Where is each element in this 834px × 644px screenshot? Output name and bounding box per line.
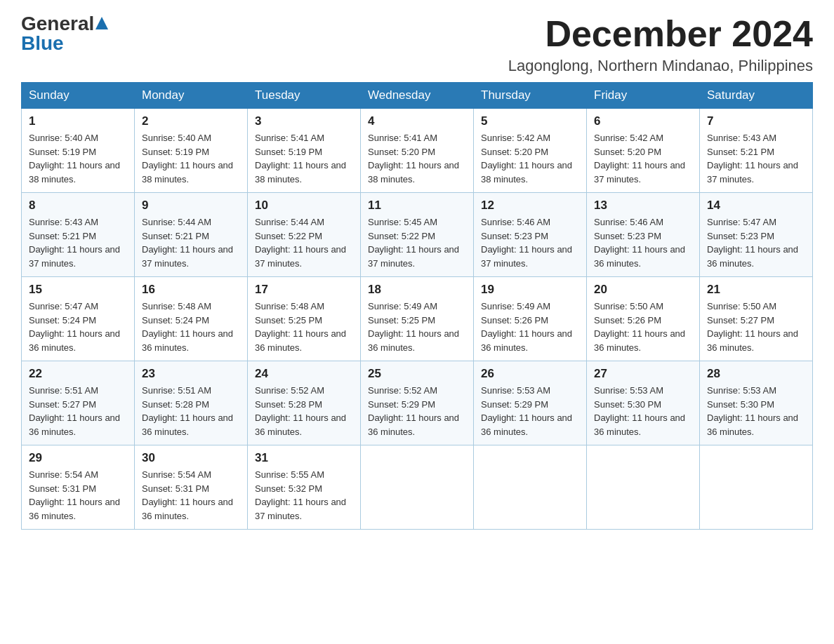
col-tuesday: Tuesday: [248, 83, 361, 109]
day-info: Sunrise: 5:53 AMSunset: 5:29 PMDaylight:…: [481, 385, 572, 437]
day-number: 18: [368, 283, 466, 297]
week-row-2: 8 Sunrise: 5:43 AMSunset: 5:21 PMDayligh…: [22, 193, 813, 277]
calendar-cell: [361, 445, 474, 530]
day-number: 10: [255, 199, 353, 213]
calendar-cell: 18 Sunrise: 5:49 AMSunset: 5:25 PMDaylig…: [361, 277, 474, 361]
calendar-cell: [587, 445, 700, 530]
day-info: Sunrise: 5:44 AMSunset: 5:22 PMDaylight:…: [255, 217, 346, 269]
day-number: 8: [29, 199, 127, 213]
day-number: 24: [255, 367, 353, 381]
day-info: Sunrise: 5:48 AMSunset: 5:25 PMDaylight:…: [255, 301, 346, 353]
day-number: 21: [707, 283, 805, 297]
day-number: 13: [594, 199, 692, 213]
calendar-cell: 30 Sunrise: 5:54 AMSunset: 5:31 PMDaylig…: [135, 445, 248, 530]
day-info: Sunrise: 5:43 AMSunset: 5:21 PMDaylight:…: [29, 217, 120, 269]
day-info: Sunrise: 5:52 AMSunset: 5:29 PMDaylight:…: [368, 385, 459, 437]
day-number: 27: [594, 367, 692, 381]
day-info: Sunrise: 5:45 AMSunset: 5:22 PMDaylight:…: [368, 217, 459, 269]
day-number: 16: [142, 283, 240, 297]
day-info: Sunrise: 5:47 AMSunset: 5:24 PMDaylight:…: [29, 301, 120, 353]
calendar-cell: 10 Sunrise: 5:44 AMSunset: 5:22 PMDaylig…: [248, 193, 361, 277]
day-info: Sunrise: 5:40 AMSunset: 5:19 PMDaylight:…: [142, 133, 233, 185]
calendar-cell: 3 Sunrise: 5:41 AMSunset: 5:19 PMDayligh…: [248, 109, 361, 193]
day-number: 30: [142, 451, 240, 465]
calendar-cell: 24 Sunrise: 5:52 AMSunset: 5:28 PMDaylig…: [248, 361, 361, 445]
calendar-cell: 4 Sunrise: 5:41 AMSunset: 5:20 PMDayligh…: [361, 109, 474, 193]
day-number: 3: [255, 114, 353, 128]
day-number: 9: [142, 199, 240, 213]
day-info: Sunrise: 5:49 AMSunset: 5:26 PMDaylight:…: [481, 301, 572, 353]
day-info: Sunrise: 5:52 AMSunset: 5:28 PMDaylight:…: [255, 385, 346, 437]
week-row-5: 29 Sunrise: 5:54 AMSunset: 5:31 PMDaylig…: [22, 445, 813, 530]
day-number: 14: [707, 199, 805, 213]
col-thursday: Thursday: [474, 83, 587, 109]
calendar-cell: 12 Sunrise: 5:46 AMSunset: 5:23 PMDaylig…: [474, 193, 587, 277]
day-number: 17: [255, 283, 353, 297]
logo: General Blue: [21, 14, 108, 53]
calendar-cell: 5 Sunrise: 5:42 AMSunset: 5:20 PMDayligh…: [474, 109, 587, 193]
day-info: Sunrise: 5:53 AMSunset: 5:30 PMDaylight:…: [594, 385, 685, 437]
day-info: Sunrise: 5:55 AMSunset: 5:32 PMDaylight:…: [255, 469, 346, 521]
calendar-cell: 22 Sunrise: 5:51 AMSunset: 5:27 PMDaylig…: [22, 361, 135, 445]
svg-marker-0: [95, 17, 108, 29]
day-number: 12: [481, 199, 579, 213]
day-number: 1: [29, 114, 127, 128]
calendar-table: Sunday Monday Tuesday Wednesday Thursday…: [21, 82, 813, 530]
day-number: 4: [368, 114, 466, 128]
calendar-cell: 6 Sunrise: 5:42 AMSunset: 5:20 PMDayligh…: [587, 109, 700, 193]
calendar-cell: 1 Sunrise: 5:40 AMSunset: 5:19 PMDayligh…: [22, 109, 135, 193]
day-number: 28: [707, 367, 805, 381]
day-number: 29: [29, 451, 127, 465]
calendar-cell: 9 Sunrise: 5:44 AMSunset: 5:21 PMDayligh…: [135, 193, 248, 277]
day-number: 31: [255, 451, 353, 465]
day-number: 25: [368, 367, 466, 381]
calendar-cell: 27 Sunrise: 5:53 AMSunset: 5:30 PMDaylig…: [587, 361, 700, 445]
day-number: 5: [481, 114, 579, 128]
location-subtitle: Lagonglong, Northern Mindanao, Philippin…: [508, 57, 813, 75]
calendar-cell: 15 Sunrise: 5:47 AMSunset: 5:24 PMDaylig…: [22, 277, 135, 361]
calendar-cell: 11 Sunrise: 5:45 AMSunset: 5:22 PMDaylig…: [361, 193, 474, 277]
calendar-cell: [700, 445, 813, 530]
calendar-cell: 23 Sunrise: 5:51 AMSunset: 5:28 PMDaylig…: [135, 361, 248, 445]
day-info: Sunrise: 5:54 AMSunset: 5:31 PMDaylight:…: [142, 469, 233, 521]
col-friday: Friday: [587, 83, 700, 109]
col-wednesday: Wednesday: [361, 83, 474, 109]
logo-general-text: General: [21, 14, 94, 34]
logo-blue-text: Blue: [21, 34, 64, 53]
day-info: Sunrise: 5:49 AMSunset: 5:25 PMDaylight:…: [368, 301, 459, 353]
day-info: Sunrise: 5:44 AMSunset: 5:21 PMDaylight:…: [142, 217, 233, 269]
day-info: Sunrise: 5:42 AMSunset: 5:20 PMDaylight:…: [594, 133, 685, 185]
day-number: 7: [707, 114, 805, 128]
page-header: General Blue December 2024 Lagonglong, N…: [21, 14, 813, 75]
day-number: 15: [29, 283, 127, 297]
day-number: 6: [594, 114, 692, 128]
day-info: Sunrise: 5:41 AMSunset: 5:19 PMDaylight:…: [255, 133, 346, 185]
calendar-cell: 16 Sunrise: 5:48 AMSunset: 5:24 PMDaylig…: [135, 277, 248, 361]
calendar-cell: 7 Sunrise: 5:43 AMSunset: 5:21 PMDayligh…: [700, 109, 813, 193]
calendar-cell: 13 Sunrise: 5:46 AMSunset: 5:23 PMDaylig…: [587, 193, 700, 277]
day-info: Sunrise: 5:51 AMSunset: 5:28 PMDaylight:…: [142, 385, 233, 437]
calendar-cell: [474, 445, 587, 530]
day-number: 2: [142, 114, 240, 128]
week-row-3: 15 Sunrise: 5:47 AMSunset: 5:24 PMDaylig…: [22, 277, 813, 361]
calendar-cell: 2 Sunrise: 5:40 AMSunset: 5:19 PMDayligh…: [135, 109, 248, 193]
day-info: Sunrise: 5:53 AMSunset: 5:30 PMDaylight:…: [707, 385, 798, 437]
day-info: Sunrise: 5:43 AMSunset: 5:21 PMDaylight:…: [707, 133, 798, 185]
title-section: December 2024 Lagonglong, Northern Minda…: [508, 14, 813, 75]
col-monday: Monday: [135, 83, 248, 109]
day-info: Sunrise: 5:42 AMSunset: 5:20 PMDaylight:…: [481, 133, 572, 185]
week-row-4: 22 Sunrise: 5:51 AMSunset: 5:27 PMDaylig…: [22, 361, 813, 445]
calendar-cell: 28 Sunrise: 5:53 AMSunset: 5:30 PMDaylig…: [700, 361, 813, 445]
day-number: 11: [368, 199, 466, 213]
calendar-cell: 31 Sunrise: 5:55 AMSunset: 5:32 PMDaylig…: [248, 445, 361, 530]
week-row-1: 1 Sunrise: 5:40 AMSunset: 5:19 PMDayligh…: [22, 109, 813, 193]
calendar-header-row: Sunday Monday Tuesday Wednesday Thursday…: [22, 83, 813, 109]
calendar-cell: 21 Sunrise: 5:50 AMSunset: 5:27 PMDaylig…: [700, 277, 813, 361]
calendar-cell: 20 Sunrise: 5:50 AMSunset: 5:26 PMDaylig…: [587, 277, 700, 361]
calendar-cell: 25 Sunrise: 5:52 AMSunset: 5:29 PMDaylig…: [361, 361, 474, 445]
month-year-title: December 2024: [508, 14, 813, 54]
calendar-cell: 17 Sunrise: 5:48 AMSunset: 5:25 PMDaylig…: [248, 277, 361, 361]
day-info: Sunrise: 5:46 AMSunset: 5:23 PMDaylight:…: [481, 217, 572, 269]
day-number: 20: [594, 283, 692, 297]
calendar-cell: 26 Sunrise: 5:53 AMSunset: 5:29 PMDaylig…: [474, 361, 587, 445]
